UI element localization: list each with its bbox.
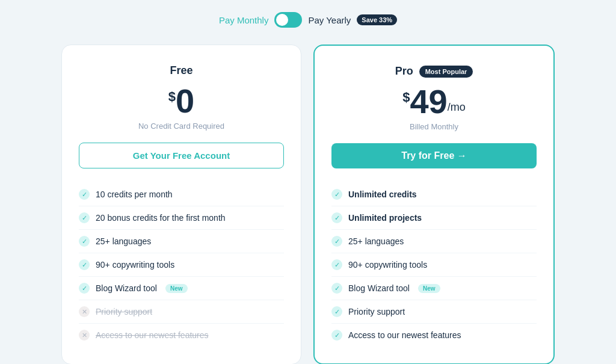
billing-toggle: Pay Monthly Pay Yearly Save 33% — [219, 12, 397, 28]
check-icon: ✓ — [79, 236, 90, 247]
check-icon: ✓ — [331, 330, 342, 341]
plans-container: Free $ 0 No Credit Card Required Get You… — [61, 45, 555, 364]
plan-name-pro: Pro Most Popular — [331, 65, 537, 78]
feature-text: Priority support — [96, 307, 152, 316]
pro-cta-button[interactable]: Try for Free → — [331, 143, 537, 168]
feature-item: ✓ 25+ languages — [79, 230, 284, 253]
feature-item: ✕ Access to our newest features — [79, 324, 284, 347]
feature-item: ✓ Blog Wizard tool New — [331, 277, 537, 300]
price-dollar-free: $ — [168, 89, 176, 105]
plan-header-free: Free $ 0 No Credit Card Required — [79, 64, 284, 131]
pay-monthly-label: Pay Monthly — [219, 15, 269, 25]
cross-icon: ✕ — [79, 330, 90, 341]
feature-text: Access to our newest features — [96, 330, 209, 340]
cross-icon: ✕ — [79, 306, 90, 317]
price-amount-pro: 49 — [410, 85, 447, 119]
feature-item: ✓ 90+ copywriting tools — [79, 253, 284, 277]
free-features-list: ✓ 10 credits per month ✓ 20 bonus credit… — [79, 183, 284, 347]
feature-item: ✓ 90+ copywriting tools — [331, 253, 537, 277]
feature-item: ✓ Blog Wizard tool New — [79, 277, 284, 300]
price-period-pro: /mo — [448, 101, 466, 114]
price-dollar-pro: $ — [402, 90, 410, 105]
save-badge: Save 33% — [357, 14, 397, 25]
plan-header-pro: Pro Most Popular $ 49 /mo Billed Monthly — [331, 65, 537, 131]
check-icon: ✓ — [331, 236, 342, 247]
check-icon: ✓ — [79, 189, 90, 200]
feature-item: ✓ Priority support — [331, 300, 537, 324]
feature-text: Unlimited credits — [348, 190, 417, 199]
plan-name-free: Free — [79, 64, 284, 77]
price-amount-free: 0 — [176, 84, 194, 118]
feature-text: 25+ languages — [348, 236, 404, 246]
check-icon: ✓ — [331, 189, 342, 200]
new-badge: New — [418, 284, 440, 293]
new-badge: New — [165, 284, 188, 293]
billing-toggle-switch[interactable] — [274, 12, 302, 28]
check-icon: ✓ — [331, 306, 342, 317]
pay-yearly-label: Pay Yearly — [308, 15, 351, 25]
feature-item: ✓ Unlimited credits — [331, 183, 537, 206]
feature-text: 90+ copywriting tools — [96, 260, 174, 270]
check-icon: ✓ — [79, 212, 90, 223]
pro-features-list: ✓ Unlimited credits ✓ Unlimited projects… — [331, 183, 537, 347]
check-icon: ✓ — [331, 212, 342, 223]
feature-item: ✓ Access to our newest features — [331, 324, 537, 347]
feature-item: ✕ Priority support — [79, 300, 284, 324]
feature-text: Priority support — [348, 307, 405, 316]
most-popular-badge: Most Popular — [419, 66, 473, 78]
toggle-knob — [276, 14, 288, 26]
feature-text: Blog Wizard tool — [96, 283, 157, 293]
feature-text: 25+ languages — [96, 236, 151, 246]
check-icon: ✓ — [79, 259, 90, 270]
feature-text: 20 bonus credits for the first month — [96, 213, 226, 223]
feature-item: ✓ 20 bonus credits for the first month — [79, 206, 284, 230]
feature-text: Access to our newest features — [348, 330, 461, 340]
check-icon: ✓ — [79, 283, 90, 294]
price-subtitle-free: No Credit Card Required — [79, 122, 284, 131]
check-icon: ✓ — [331, 259, 342, 270]
feature-text: 90+ copywriting tools — [348, 260, 427, 270]
feature-item: ✓ 10 credits per month — [79, 183, 284, 206]
feature-item: ✓ 25+ languages — [331, 230, 537, 253]
feature-text: 10 credits per month — [96, 190, 173, 199]
free-cta-button[interactable]: Get Your Free Account — [79, 143, 284, 168]
plan-card-pro: Pro Most Popular $ 49 /mo Billed Monthly… — [313, 45, 555, 364]
feature-text: Blog Wizard tool — [348, 283, 410, 293]
price-subtitle-pro: Billed Monthly — [331, 122, 537, 131]
plan-card-free: Free $ 0 No Credit Card Required Get You… — [61, 45, 301, 364]
plan-price-pro: $ 49 /mo — [331, 85, 537, 119]
plan-price-free: $ 0 — [79, 84, 284, 118]
feature-item: ✓ Unlimited projects — [331, 206, 537, 230]
feature-text: Unlimited projects — [348, 213, 422, 223]
check-icon: ✓ — [331, 283, 342, 294]
